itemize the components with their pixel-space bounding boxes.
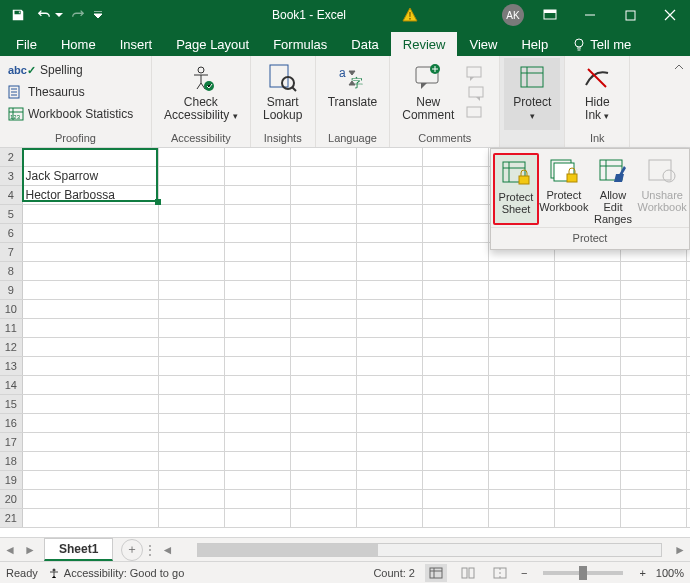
- zoom-slider-thumb[interactable]: [579, 566, 587, 580]
- horizontal-scrollbar[interactable]: [197, 543, 662, 557]
- cell[interactable]: [620, 471, 686, 490]
- cell[interactable]: [488, 281, 554, 300]
- cell[interactable]: [686, 471, 690, 490]
- row-header[interactable]: 7: [0, 243, 22, 262]
- cell[interactable]: [356, 452, 422, 471]
- spelling-button[interactable]: abc✓ Spelling: [8, 60, 143, 80]
- cell[interactable]: [422, 433, 488, 452]
- qat-customize[interactable]: [92, 3, 104, 27]
- cell[interactable]: [290, 243, 356, 262]
- cell[interactable]: [686, 395, 690, 414]
- cell[interactable]: [488, 319, 554, 338]
- smart-lookup-button[interactable]: Smart Lookup: [255, 58, 311, 130]
- cell[interactable]: [422, 509, 488, 528]
- cell[interactable]: [290, 205, 356, 224]
- row-header[interactable]: 5: [0, 205, 22, 224]
- maximize-button[interactable]: [610, 0, 650, 30]
- cell[interactable]: [422, 471, 488, 490]
- save-button[interactable]: [6, 3, 30, 27]
- cell[interactable]: [356, 281, 422, 300]
- cell[interactable]: [290, 148, 356, 167]
- row-header[interactable]: 3: [0, 167, 22, 186]
- cell[interactable]: [488, 376, 554, 395]
- cell[interactable]: [686, 300, 690, 319]
- cell[interactable]: [290, 224, 356, 243]
- tab-data[interactable]: Data: [339, 32, 390, 56]
- cell[interactable]: [488, 433, 554, 452]
- cell[interactable]: [224, 490, 290, 509]
- cell[interactable]: [620, 281, 686, 300]
- workbook-stats-button[interactable]: 123 Workbook Statistics: [8, 104, 143, 124]
- row-header[interactable]: 10: [0, 300, 22, 319]
- row-header[interactable]: 9: [0, 281, 22, 300]
- cell[interactable]: [158, 509, 224, 528]
- cell[interactable]: [158, 281, 224, 300]
- cell[interactable]: [620, 509, 686, 528]
- cell[interactable]: [290, 414, 356, 433]
- cell[interactable]: [686, 338, 690, 357]
- cell[interactable]: [158, 376, 224, 395]
- row-header[interactable]: 18: [0, 452, 22, 471]
- cell[interactable]: [290, 471, 356, 490]
- cell[interactable]: [554, 471, 620, 490]
- cell[interactable]: [290, 357, 356, 376]
- cell[interactable]: [422, 167, 488, 186]
- cell[interactable]: [22, 224, 158, 243]
- cell[interactable]: [554, 319, 620, 338]
- zoom-in-button[interactable]: +: [639, 567, 645, 579]
- row-header[interactable]: 21: [0, 509, 22, 528]
- cell[interactable]: [224, 224, 290, 243]
- cell[interactable]: [488, 300, 554, 319]
- cell[interactable]: [422, 262, 488, 281]
- cell[interactable]: [686, 509, 690, 528]
- cell[interactable]: [422, 490, 488, 509]
- cell[interactable]: [224, 509, 290, 528]
- cell[interactable]: [488, 509, 554, 528]
- row-header[interactable]: 14: [0, 376, 22, 395]
- cell[interactable]: [290, 300, 356, 319]
- cell[interactable]: [290, 186, 356, 205]
- redo-button[interactable]: [66, 3, 90, 27]
- ribbon-display-button[interactable]: [530, 0, 570, 30]
- cell[interactable]: [620, 395, 686, 414]
- hscroll-thumb[interactable]: [198, 544, 378, 556]
- cell[interactable]: [356, 395, 422, 414]
- sheet-nav-prev[interactable]: ◄: [0, 540, 20, 560]
- tab-page-layout[interactable]: Page Layout: [164, 32, 261, 56]
- undo-dropdown[interactable]: [54, 3, 64, 27]
- cell[interactable]: [356, 338, 422, 357]
- cell[interactable]: [554, 414, 620, 433]
- cell[interactable]: [554, 509, 620, 528]
- cell[interactable]: [422, 452, 488, 471]
- tab-view[interactable]: View: [457, 32, 509, 56]
- cell[interactable]: [22, 376, 158, 395]
- row-header[interactable]: 11: [0, 319, 22, 338]
- cell[interactable]: [686, 357, 690, 376]
- cell[interactable]: [356, 186, 422, 205]
- cell[interactable]: [554, 452, 620, 471]
- cell[interactable]: [22, 395, 158, 414]
- cell[interactable]: [686, 319, 690, 338]
- cell[interactable]: [356, 205, 422, 224]
- user-avatar[interactable]: AK: [502, 4, 524, 26]
- cell[interactable]: [488, 452, 554, 471]
- cell[interactable]: [224, 281, 290, 300]
- cell[interactable]: [356, 243, 422, 262]
- cell[interactable]: [620, 262, 686, 281]
- row-header[interactable]: 13: [0, 357, 22, 376]
- cell[interactable]: [356, 167, 422, 186]
- cell[interactable]: [22, 148, 158, 167]
- cell[interactable]: [686, 262, 690, 281]
- new-sheet-button[interactable]: ＋: [121, 539, 143, 561]
- cell[interactable]: [224, 357, 290, 376]
- cell[interactable]: [686, 490, 690, 509]
- hscroll-right[interactable]: ►: [670, 540, 690, 560]
- cell[interactable]: [290, 281, 356, 300]
- sheet-tab-1[interactable]: Sheet1: [44, 538, 113, 561]
- tab-review[interactable]: Review: [391, 32, 458, 56]
- cell[interactable]: [554, 433, 620, 452]
- minimize-button[interactable]: [570, 0, 610, 30]
- zoom-slider[interactable]: [543, 571, 623, 575]
- cell[interactable]: [356, 509, 422, 528]
- hide-ink-button[interactable]: Hide Ink ▾: [569, 58, 625, 130]
